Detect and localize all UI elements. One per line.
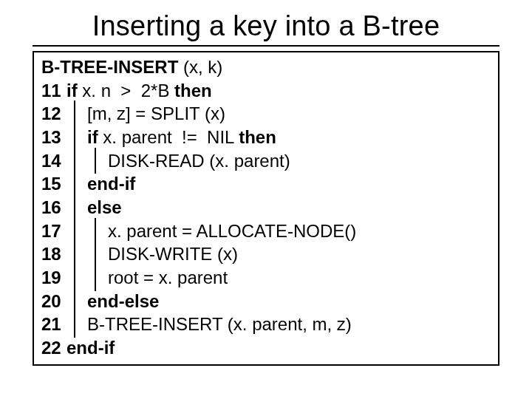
indent-guide [66,242,87,266]
code-line: 16else [41,196,491,219]
code-line: 22end-if [41,336,491,360]
indent-guide [66,196,87,219]
indent-guide [66,313,87,336]
line-number: 21 [41,313,66,336]
pseudocode-box: B-TREE-INSERT (x, k) 11if x. n > 2*B the… [33,51,499,366]
line-number: 16 [41,196,66,219]
code-text: end-if [87,172,135,196]
line-number: 11 [41,79,66,103]
indent-guide [66,266,87,290]
line-number: 18 [41,242,66,266]
line-number: 14 [41,149,66,173]
line-number: 12 [41,102,66,126]
code-text: root = x. parent [108,266,228,290]
code-text: end-else [87,290,159,313]
indent-guide [87,242,108,266]
code-text: B-TREE-INSERT (x. parent, m, z) [87,313,352,336]
code-text: [m, z] = SPLIT (x) [87,102,225,126]
code-line: 18DISK-WRITE (x) [41,242,491,266]
title-underline [33,45,499,47]
indent-guide [66,219,87,243]
slide-title: Inserting a key into a B-tree [0,0,532,45]
indent-guide [66,290,87,313]
code-text: DISK-WRITE (x) [108,242,238,266]
code-line: 12[m, z] = SPLIT (x) [41,102,491,126]
code-line: 17x. parent = ALLOCATE-NODE() [41,219,491,243]
indent-guide [87,149,108,173]
code-lines: 11if x. n > 2*B then12[m, z] = SPLIT (x)… [41,79,491,360]
code-text: x. parent = ALLOCATE-NODE() [108,219,356,243]
procedure-name: B-TREE-INSERT [41,57,178,77]
procedure-args: (x, k) [178,57,222,77]
code-text: end-if [66,336,115,360]
code-text: else [87,196,122,219]
indent-guide [87,266,108,290]
code-text: DISK-READ (x. parent) [108,149,290,173]
line-number: 17 [41,219,66,243]
slide: { "title": "Inserting a key into a B-tre… [0,0,532,399]
code-line: 20end-else [41,290,491,313]
indent-guide [66,102,87,126]
indent-guide [66,172,87,196]
indent-guide [87,219,108,243]
line-number: 22 [41,336,66,360]
indent-guide [66,149,87,173]
code-line: 21B-TREE-INSERT (x. parent, m, z) [41,313,491,336]
code-line: 11if x. n > 2*B then [41,79,491,103]
code-line: 14DISK-READ (x. parent) [41,149,491,173]
line-number: 15 [41,172,66,196]
code-line: 19root = x. parent [41,266,491,290]
procedure-header: B-TREE-INSERT (x, k) [41,55,491,79]
code-line: 15end-if [41,172,491,196]
code-text: if x. n > 2*B then [66,79,212,103]
line-number: 20 [41,290,66,313]
indent-guide [66,126,87,149]
code-text: if x. parent != NIL then [87,126,276,149]
line-number: 19 [41,266,66,290]
line-number: 13 [41,126,66,149]
code-line: 13if x. parent != NIL then [41,126,491,149]
